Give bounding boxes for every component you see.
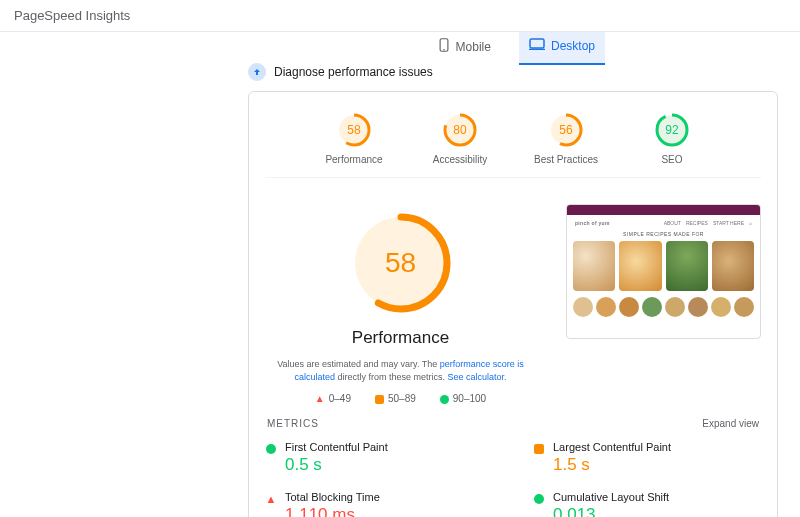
score-accessibility-label: Accessibility [433,154,487,165]
score-accessibility[interactable]: 80 Accessibility [425,112,495,165]
performance-gauge: 58 [346,208,456,318]
metric-lcp: Largest Contentful Paint1.5 s [533,441,761,475]
expand-view-link[interactable]: Expand view [702,418,759,429]
metric-fcp: First Contentful Paint0.5 s [265,441,493,475]
score-seo-label: SEO [661,154,682,165]
metric-name: Total Blocking Time [285,491,380,503]
svg-rect-2 [530,39,544,48]
good-icon [534,494,544,504]
good-icon [266,444,276,454]
score-seo-value: 92 [654,112,690,148]
app-title: PageSpeed Insights [0,0,800,32]
metric-name: First Contentful Paint [285,441,388,453]
score-best-practices-value: 56 [548,112,584,148]
metrics-grid: First Contentful Paint0.5 s Largest Cont… [265,441,761,517]
calc-link-2[interactable]: See calculator [448,372,505,382]
metric-value: 0.013 [553,505,669,517]
metric-cls: Cumulative Layout Shift0.013 [533,491,761,517]
tab-desktop[interactable]: Desktop [519,32,605,65]
score-performance-label: Performance [325,154,382,165]
diagnose-icon [248,63,266,81]
mid-icon [534,444,544,454]
metric-value: 1.5 s [553,455,671,475]
site-preview: pinch of yum ABOUTRECIPESSTART HERE⌕ SIM… [566,204,761,339]
metric-value: 0.5 s [285,455,388,475]
tab-mobile[interactable]: Mobile [428,32,501,65]
score-best-practices[interactable]: 56 Best Practices [531,112,601,165]
desktop-icon [529,38,545,53]
diagnose-header: Diagnose performance issues [0,63,800,81]
mobile-icon [438,38,450,55]
preview-logo: pinch of yum [575,220,610,226]
tab-desktop-label: Desktop [551,39,595,53]
score-performance-value: 58 [336,112,372,148]
diagnose-label: Diagnose performance issues [274,65,433,79]
score-accessibility-value: 80 [442,112,478,148]
metric-tbt: ▲ Total Blocking Time1,110 ms [265,491,493,517]
score-legend: ▲0–49 50–89 90–100 [315,393,486,404]
metric-value: 1,110 ms [285,505,380,517]
form-factor-tabs: Mobile Desktop [428,32,605,65]
bad-icon: ▲ [266,494,277,504]
performance-gauge-value: 58 [346,208,456,318]
report-card: 58 Performance 80 Accessibility 56 [248,91,778,517]
score-performance[interactable]: 58 Performance [319,112,389,165]
metric-name: Largest Contentful Paint [553,441,671,453]
category-scores: 58 Performance 80 Accessibility 56 [265,106,761,178]
svg-point-1 [443,49,445,51]
metrics-heading: METRICS [267,418,319,429]
score-seo[interactable]: 92 SEO [637,112,707,165]
score-best-practices-label: Best Practices [534,154,598,165]
performance-gauge-label: Performance [352,328,449,348]
metric-name: Cumulative Layout Shift [553,491,669,503]
tab-mobile-label: Mobile [456,40,491,54]
explanation-text: Values are estimated and may vary. The p… [271,358,531,383]
